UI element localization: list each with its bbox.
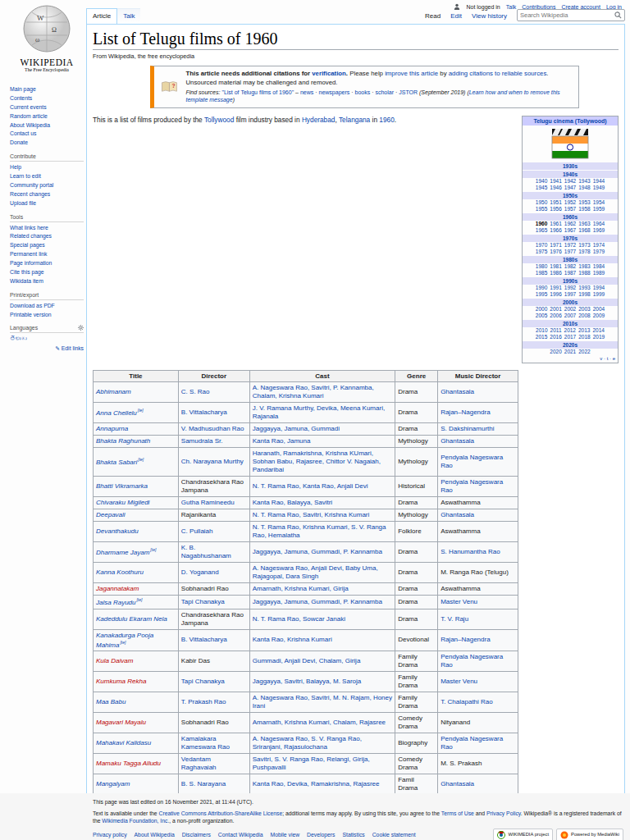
search-box[interactable] [517, 9, 625, 21]
tab-article[interactable]: Article [86, 8, 117, 25]
year-link-1992[interactable]: 1992 [564, 285, 576, 290]
year-link-1980[interactable]: 1980 [536, 263, 547, 269]
year-link-2014[interactable]: 2014 [592, 327, 604, 333]
year-link-1974[interactable]: 1974 [593, 242, 605, 248]
cast-links[interactable]: N. T. Rama Rao, Kanta Rao, Anjali Devi [253, 482, 368, 490]
cast-links[interactable]: A. Nageswara Rao, Anjali Devi, Baby Uma,… [253, 564, 378, 580]
year-link-1957[interactable]: 1957 [564, 206, 576, 212]
year-link-1972[interactable]: 1972 [564, 242, 576, 248]
gear-icon[interactable] [78, 325, 84, 331]
year-link-1963[interactable]: 1963 [578, 221, 590, 226]
text-link-wikimedia-foundation-inc[interactable]: Wikimedia Foundation, Inc. [102, 818, 169, 824]
interlanguage-note-icon[interactable]: [te] [150, 547, 156, 552]
director-link[interactable]: Ch. Narayana Murthy [181, 458, 244, 465]
year-link-1955[interactable]: 1955 [536, 206, 547, 212]
cast-links[interactable]: Kanta Rao, Jamuna [253, 437, 311, 445]
interlanguage-note-icon[interactable]: [te] [138, 408, 144, 413]
year-link-1973[interactable]: 1973 [578, 242, 590, 248]
sidebar-item-community-portal[interactable]: Community portal [10, 181, 84, 190]
cast-links[interactable]: A. Nageswara Rao, S. V. Ranga Rao, Srira… [253, 735, 362, 751]
year-link-1945[interactable]: 1945 [536, 185, 547, 190]
decade-header-2010s[interactable]: 2010s [523, 320, 618, 327]
text-link-hyderabad[interactable]: Hyderabad [302, 116, 336, 124]
decade-header-1940s[interactable]: 1940s [523, 171, 618, 178]
film-title-link[interactable]: Jagannatakam [96, 585, 139, 592]
year-link-1946[interactable]: 1946 [550, 185, 561, 190]
director-link[interactable]: Vedantam Raghavaiah [181, 756, 217, 771]
music-director-link[interactable]: Pendyala Nageswara Rao [441, 653, 503, 669]
cast-links[interactable]: Jaggayya, Savitri, Balayya, M. Saroja [253, 678, 362, 685]
decade-header-1930s[interactable]: 1930s [523, 162, 618, 170]
year-link-1981[interactable]: 1981 [550, 263, 561, 269]
year-link-1982[interactable]: 1982 [564, 263, 576, 269]
search-input[interactable] [520, 11, 614, 19]
year-link-1991[interactable]: 1991 [550, 285, 561, 290]
year-link-2013[interactable]: 2013 [578, 327, 590, 333]
cast-links[interactable]: Jaggayya, Jamuna, Gummadi, P. Kannamba [253, 598, 382, 605]
navbox-title[interactable]: Telugu cinema (Tollywood) [523, 116, 618, 126]
footer-link-mobile-view[interactable]: Mobile view [271, 831, 300, 839]
decade-header-1970s[interactable]: 1970s [523, 235, 618, 242]
cast-links[interactable]: Gummadi, Anjali Devi, Chalam, Girija [253, 657, 361, 664]
music-director-link[interactable]: Ghantasala [441, 437, 474, 445]
footer-link-cookie-statement[interactable]: Cookie statement [372, 831, 416, 839]
sidebar-item-donate[interactable]: Donate [10, 139, 84, 148]
text-link-privacy-policy[interactable]: Privacy Policy [486, 810, 521, 816]
cast-links[interactable]: Amarnath, Krishna Kumari, Chalam, Rajasr… [253, 719, 386, 726]
cast-links[interactable]: Savitri, S. V. Ranga Rao, Relangi, Girij… [253, 756, 370, 771]
tab-talk[interactable]: Talk [117, 8, 140, 24]
film-title-link[interactable]: Kula Daivam [96, 657, 133, 664]
year-link-1998[interactable]: 1998 [578, 291, 590, 297]
music-director-link[interactable]: Pendyala Nageswara Rao [441, 735, 503, 751]
year-link-1985[interactable]: 1985 [536, 270, 547, 276]
year-link-2016[interactable]: 2016 [550, 334, 561, 340]
year-link-2004[interactable]: 2004 [593, 306, 605, 312]
sidebar-item-what-links-here[interactable]: What links here [10, 224, 84, 233]
footer-link-disclaimers[interactable]: Disclaimers [182, 831, 211, 839]
year-link-1953[interactable]: 1953 [578, 199, 590, 205]
film-title-link[interactable]: Mamaku Tagga Alludu [96, 760, 161, 767]
interlanguage-note-icon[interactable]: [te] [138, 457, 144, 462]
director-link[interactable]: C. S. Rao [181, 388, 210, 395]
year-link-1947[interactable]: 1947 [564, 185, 576, 190]
search-icon[interactable] [614, 11, 622, 19]
music-director-link[interactable]: Ghantasala [441, 511, 474, 518]
year-link-1940[interactable]: 1940 [536, 178, 547, 184]
year-link-1965[interactable]: 1965 [536, 227, 547, 233]
director-link[interactable]: B. Vittalacharya [181, 409, 227, 416]
year-link-1990[interactable]: 1990 [536, 285, 547, 290]
film-title-link[interactable]: Bhakta Raghunath [96, 437, 150, 445]
director-link[interactable]: B. Vittalacharya [181, 636, 227, 643]
text-link-books[interactable]: books [355, 89, 371, 95]
music-director-link[interactable]: Ghantasala [441, 388, 474, 395]
film-title-link[interactable]: Mahakavi Kalidasu [96, 739, 151, 746]
footer-link-statistics[interactable]: Statistics [343, 831, 365, 839]
sidebar-item-special-pages[interactable]: Special pages [10, 241, 84, 250]
year-link-1978[interactable]: 1978 [578, 249, 590, 254]
sidebar-item-item[interactable]: తెలుగు [10, 335, 84, 344]
interlanguage-note-icon[interactable]: [te] [120, 640, 126, 645]
director-link[interactable]: Tapi Chanakya [181, 678, 225, 685]
year-link-1975[interactable]: 1975 [536, 249, 547, 254]
year-link-1997[interactable]: 1997 [564, 291, 576, 297]
year-link-2010[interactable]: 2010 [536, 327, 547, 333]
year-link-2019[interactable]: 2019 [593, 334, 605, 340]
year-link-1999[interactable]: 1999 [593, 291, 605, 297]
year-link-1971[interactable]: 1971 [550, 242, 561, 248]
year-link-1995[interactable]: 1995 [536, 291, 547, 297]
year-link-1979[interactable]: 1979 [593, 249, 605, 254]
film-title-link[interactable]: Jalsa Rayudu [96, 599, 135, 606]
cast-links[interactable]: Kanta Rao, Krishna Kumari [253, 636, 332, 643]
sidebar-item-learn-to-edit[interactable]: Learn to edit [10, 172, 84, 181]
year-link-2012[interactable]: 2012 [564, 327, 576, 333]
director-link[interactable]: D. Yoganand [181, 568, 219, 576]
sidebar-item-related-changes[interactable]: Related changes [10, 232, 84, 241]
decade-header-1990s[interactable]: 1990s [523, 277, 618, 285]
cast-links[interactable]: Jaggayya, Jamuna, Gummadi, P. Kannamba [253, 548, 382, 555]
year-link-1984[interactable]: 1984 [593, 263, 605, 269]
year-link-1941[interactable]: 1941 [550, 178, 561, 184]
year-link-1966[interactable]: 1966 [550, 227, 561, 233]
year-link-1943[interactable]: 1943 [578, 178, 590, 184]
decade-header-1960s[interactable]: 1960s [523, 213, 618, 221]
year-link-1983[interactable]: 1983 [578, 263, 590, 269]
